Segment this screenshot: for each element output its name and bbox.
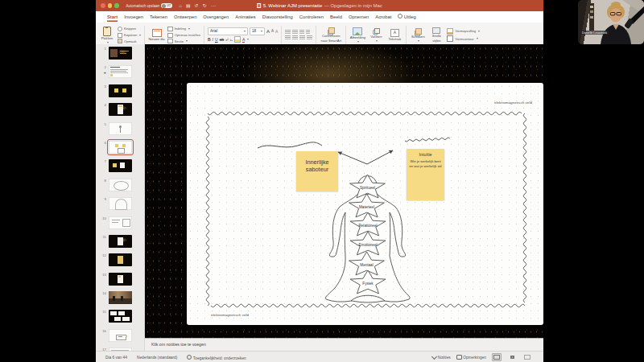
insert-textbox-button[interactable]: ATekstvak	[386, 24, 402, 46]
comments-toggle[interactable]: Opmerkingen	[456, 355, 486, 360]
slide-thumbnail-12[interactable]	[109, 253, 132, 266]
paste-button[interactable]: Plakken	[99, 24, 115, 46]
close-button[interactable]	[101, 3, 105, 8]
autosave-toggle[interactable]: Automatisch opslaan UIT	[126, 3, 173, 9]
font-size-select[interactable]: 18	[250, 27, 265, 35]
insert-shapes-button[interactable]: Vormen	[368, 24, 384, 46]
italic-button[interactable]: I	[213, 37, 213, 42]
shapes-icon	[373, 28, 380, 35]
save-icon[interactable]: ▤	[186, 3, 191, 8]
accessibility-checker[interactable]: Toegankelijkheid: onderzoeken	[187, 355, 246, 360]
sticky-note-saboteur[interactable]: Innerlijke saboteur	[296, 151, 338, 191]
tab-ontwerpen[interactable]: Ontwerpen	[174, 13, 196, 22]
tab-tekenen[interactable]: Tekenen	[150, 13, 167, 22]
tab-animaties[interactable]: Animaties	[235, 13, 255, 22]
slide-thumbnail-8[interactable]	[109, 179, 132, 191]
indent-increase-button[interactable]	[306, 30, 311, 35]
section-icon	[167, 39, 173, 43]
tab-diavoorstelling[interactable]: Diavoorstelling	[262, 13, 293, 22]
slide-canvas[interactable]: Spiritueel Materieel Relationeel Emotion…	[145, 44, 543, 338]
indent-decrease-button[interactable]	[299, 30, 304, 35]
tab-acrobat[interactable]: Acrobat	[375, 13, 391, 22]
highlight-color-button[interactable]	[234, 36, 241, 43]
label-mentaal: Mentaal	[360, 263, 373, 267]
more-icon[interactable]: ⋯	[211, 3, 216, 8]
label-relationeel: Relationeel	[359, 224, 378, 228]
slide-thumbnail-9[interactable]	[109, 197, 132, 210]
slide-thumbnail-14[interactable]	[109, 291, 132, 304]
minimize-button[interactable]	[108, 3, 113, 8]
font-color-button[interactable]: A	[242, 37, 245, 43]
slide-thumbnail-10[interactable]	[109, 216, 132, 229]
slide-thumbnail-13[interactable]	[109, 273, 132, 286]
new-slide-button[interactable]: Nieuwe dia	[148, 24, 164, 46]
slide-thumbnail-11[interactable]	[109, 235, 132, 248]
tab-start[interactable]: Start	[107, 13, 118, 22]
tab-uitleg[interactable]: Uitleg	[398, 12, 415, 22]
tab-invoegen[interactable]: Invoegen	[124, 13, 143, 22]
slide-thumbnail-15[interactable]	[109, 310, 132, 323]
format-painter-button[interactable]: Opmaak	[118, 39, 141, 43]
subscript-button[interactable]: x₂	[230, 38, 233, 42]
align-left-button[interactable]	[285, 35, 291, 40]
slide-thumbnail-7[interactable]	[109, 159, 132, 172]
line-spacing-button[interactable]	[307, 35, 312, 40]
label-spiritueel: Spiritueel	[360, 186, 375, 190]
slide-number: 4	[96, 103, 109, 116]
cut-button[interactable]: Knippen	[118, 27, 141, 31]
shape-outline-button[interactable]: Vormcontour	[447, 35, 480, 42]
slide-thumbnail-2[interactable]	[109, 65, 132, 78]
slide-thumbnail-6-selected[interactable]	[109, 141, 132, 154]
layout-button[interactable]: Indeling	[167, 27, 200, 31]
undo-icon[interactable]: ↺	[195, 3, 199, 8]
slide-number: 7	[96, 159, 109, 172]
sticky-note-intuition[interactable]: Intuïtie Wie je werkelijk bent en wat je…	[407, 149, 444, 200]
normal-view-button[interactable]	[492, 353, 502, 361]
bullets-button[interactable]	[285, 30, 291, 35]
home-icon[interactable]: ⌂	[179, 3, 182, 8]
redo-icon[interactable]: ↻	[203, 3, 207, 8]
notes-toggle[interactable]: Notities	[432, 355, 451, 360]
slide-thumbnail-1[interactable]	[109, 47, 132, 60]
increase-font-button[interactable]: A	[266, 29, 270, 34]
quick-styles-button[interactable]: Snellestijlen	[428, 24, 444, 46]
section-button[interactable]: Sectie	[167, 39, 200, 43]
autosave-switch[interactable]: UIT	[161, 3, 172, 9]
copy-button[interactable]: Kopiëren	[118, 33, 141, 38]
whiteboard-shape[interactable]: Spiritueel Materieel Relationeel Emotion…	[187, 83, 543, 325]
decrease-font-button[interactable]: A	[271, 29, 274, 33]
slide-number: 10	[96, 216, 109, 229]
animation-star-icon: ★	[103, 71, 106, 76]
zoom-button[interactable]	[114, 3, 119, 8]
slide-thumbnail-5[interactable]	[109, 122, 132, 135]
arrange-button[interactable]: Schikken	[410, 24, 426, 46]
align-center-button[interactable]	[292, 35, 298, 40]
notes-pane[interactable]: Klik om notities toe te voegen	[145, 338, 543, 352]
slide-thumbnail-4[interactable]	[109, 103, 132, 116]
tab-overgangen[interactable]: Overgangen	[203, 13, 229, 22]
tab-controleren[interactable]: Controleren	[299, 13, 324, 22]
slideshow-view-button[interactable]	[522, 353, 532, 361]
slide-thumbnail-3[interactable]	[109, 84, 132, 97]
strikethrough-button[interactable]: ab	[220, 37, 225, 42]
insert-image-button[interactable]: Afbeelding	[349, 24, 365, 46]
convert-smartart-button[interactable]: Converterennaar SmartArt	[320, 24, 342, 46]
webcam-overlay[interactable]: Daniëlle Leuwerink	[578, 0, 644, 44]
superscript-button[interactable]: x²	[225, 38, 228, 42]
normal-view-icon	[493, 355, 500, 360]
slide-sorter-view-button[interactable]	[507, 353, 517, 361]
format-painter-icon	[118, 39, 122, 43]
shape-fill-button[interactable]: Vormopvulling	[447, 28, 480, 35]
tab-beeld[interactable]: Beeld	[330, 13, 342, 22]
language-selector[interactable]: Nederlands (standaard)	[137, 356, 177, 360]
align-right-button[interactable]	[299, 35, 305, 40]
notes-placeholder: Klik om notities toe te voegen	[151, 342, 543, 347]
bold-button[interactable]: B	[208, 37, 211, 42]
slide-thumbnail-16[interactable]	[109, 329, 132, 342]
underline-button[interactable]: U	[215, 37, 218, 42]
reset-button[interactable]: Opnieuw instellen	[167, 33, 200, 38]
clear-formatting-button[interactable]: A	[275, 29, 278, 34]
numbering-button[interactable]	[292, 30, 298, 35]
tab-opnemen[interactable]: Opnemen	[349, 13, 369, 22]
font-name-select[interactable]: Arial	[208, 27, 248, 35]
